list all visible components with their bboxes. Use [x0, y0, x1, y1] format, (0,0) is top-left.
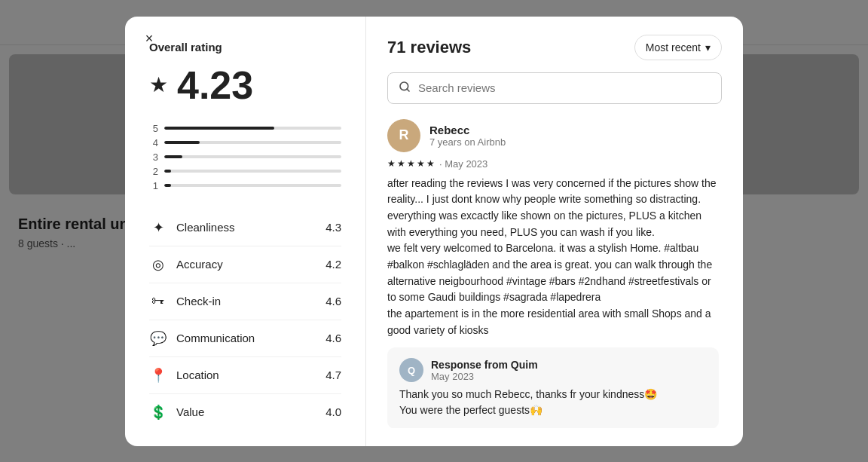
response-text: Thank you so much Rebecc, thanks fr your…: [399, 387, 707, 418]
category-row: 📍 Location 4.7: [149, 357, 341, 394]
rating-score: 4.23: [177, 66, 253, 105]
cat-icon: ◎: [149, 255, 167, 274]
reviewer-meta: 7 years on Airbnb: [429, 136, 506, 148]
review-date-label: · May 2023: [439, 158, 487, 170]
reviews-title: 71 reviews: [387, 38, 471, 57]
category-row: 🗝 Check-in 4.6: [149, 283, 341, 320]
star-bar-row: 1: [149, 180, 341, 191]
bar-track: [164, 127, 341, 130]
chevron-down-icon: ▾: [705, 41, 711, 54]
category-row: 💬 Communication 4.6: [149, 320, 341, 357]
bar-track: [164, 155, 341, 158]
star-filled: ★: [407, 158, 415, 169]
modal-body: Overall rating ★ 4.23 5 4 3 2 1: [125, 17, 743, 446]
star-bar-label: 1: [149, 180, 158, 191]
star-filled: ★: [426, 158, 435, 169]
cat-icon: 🗝: [149, 292, 167, 311]
modal-close-button[interactable]: ×: [137, 27, 161, 51]
stars-row: ★★★★★: [387, 158, 435, 169]
response-block: Q Response from Quim May 2023 Thank you …: [387, 347, 719, 427]
cat-score: 4.0: [326, 405, 341, 418]
category-row: 💲 Value 4.0: [149, 394, 341, 430]
star-bar-label: 3: [149, 151, 158, 163]
star-bar-row: 3: [149, 151, 341, 163]
cat-icon: 💬: [149, 329, 167, 347]
right-panel: 71 reviews Most recent ▾ R: [366, 17, 743, 446]
cat-name: Location: [176, 369, 219, 381]
modal-overlay[interactable]: × Overall rating ★ 4.23 5 4 3 2: [0, 0, 868, 462]
response-header: Q Response from Quim May 2023: [399, 358, 707, 382]
svg-line-1: [407, 89, 409, 91]
star-filled: ★: [417, 158, 425, 169]
cat-icon: 💲: [149, 403, 167, 421]
cat-score: 4.6: [326, 295, 341, 307]
bar-track: [164, 141, 341, 144]
search-box: [387, 72, 722, 104]
category-row: ◎ Accuracy 4.2: [149, 246, 341, 283]
bar-fill: [164, 127, 274, 130]
response-avatar: Q: [399, 358, 423, 382]
star-bar-label: 4: [149, 137, 158, 148]
bar-track: [164, 184, 341, 187]
star-bar-row: 2: [149, 166, 341, 177]
cat-left: ◎ Accuracy: [149, 255, 223, 274]
review-date: ★★★★★ · May 2023: [387, 158, 719, 170]
cat-score: 4.7: [326, 369, 341, 381]
reviews-modal: × Overall rating ★ 4.23 5 4 3 2: [125, 17, 743, 446]
star-icon: ★: [149, 72, 168, 97]
reviews-header: 71 reviews Most recent ▾: [387, 35, 722, 60]
reviews-list: R Rebecc 7 years on Airbnb ★★★★★ · May 2…: [387, 119, 722, 428]
rating-hero: ★ 4.23: [149, 66, 341, 105]
star-bars: 5 4 3 2 1: [149, 123, 341, 191]
bar-fill: [164, 141, 200, 144]
left-panel: Overall rating ★ 4.23 5 4 3 2 1: [125, 17, 366, 446]
cat-left: 💬 Communication: [149, 329, 255, 347]
search-input[interactable]: [418, 81, 711, 94]
response-date: May 2023: [431, 371, 538, 382]
cat-name: Check-in: [176, 295, 221, 307]
star-bar-label: 5: [149, 123, 158, 134]
cat-left: 💲 Value: [149, 403, 204, 421]
sort-dropdown[interactable]: Most recent ▾: [634, 35, 722, 60]
cat-score: 4.6: [326, 332, 341, 344]
sort-label: Most recent: [646, 41, 701, 54]
bar-track: [164, 170, 341, 173]
response-from-label: Response from Quim: [431, 359, 538, 371]
bar-fill: [164, 155, 182, 158]
cat-score: 4.3: [326, 221, 341, 234]
avatar: R: [387, 119, 420, 152]
star-bar-row: 4: [149, 137, 341, 148]
star-filled: ★: [397, 158, 405, 169]
cat-icon: 📍: [149, 366, 167, 384]
cat-name: Cleanliness: [176, 221, 235, 234]
cat-left: 🗝 Check-in: [149, 292, 221, 311]
reviewer-info: R Rebecc 7 years on Airbnb: [387, 119, 719, 152]
categories-list: ✦ Cleanliness 4.3 ◎ Accuracy 4.2 🗝 Check…: [149, 210, 341, 430]
cat-left: ✦ Cleanliness: [149, 219, 235, 237]
review-text: after reading the reviews I was very con…: [387, 176, 719, 339]
cat-name: Accuracy: [176, 258, 223, 271]
cat-score: 4.2: [326, 258, 341, 271]
cat-left: 📍 Location: [149, 366, 219, 384]
cat-name: Communication: [176, 332, 255, 344]
star-bar-row: 5: [149, 123, 341, 134]
category-row: ✦ Cleanliness 4.3: [149, 210, 341, 246]
bar-fill: [164, 170, 171, 173]
star-bar-label: 2: [149, 166, 158, 177]
reviewer-details: Rebecc 7 years on Airbnb: [429, 124, 506, 148]
cat-icon: ✦: [149, 219, 167, 237]
star-filled: ★: [387, 158, 396, 169]
response-info: Response from Quim May 2023: [431, 359, 538, 382]
search-icon: [399, 81, 411, 96]
review-item: R Rebecc 7 years on Airbnb ★★★★★ · May 2…: [387, 119, 719, 428]
cat-name: Value: [176, 405, 204, 418]
bar-fill: [164, 184, 171, 187]
reviewer-name: Rebecc: [429, 124, 506, 136]
overall-rating-label: Overall rating: [149, 41, 341, 54]
